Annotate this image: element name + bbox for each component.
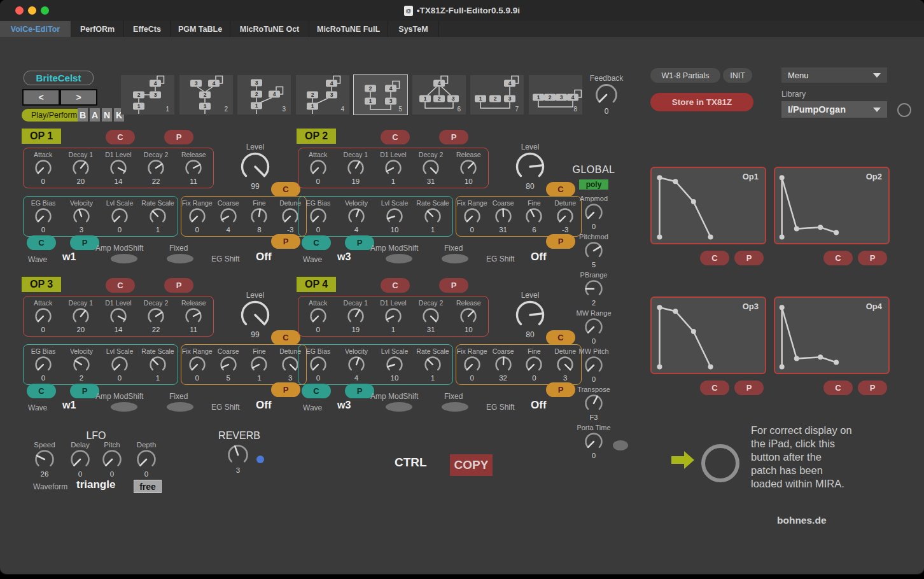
op4-copy-button[interactable]: C bbox=[823, 380, 853, 395]
knob-dial[interactable] bbox=[34, 207, 52, 225]
next-patch-button[interactable]: > bbox=[60, 89, 97, 106]
op2-envelope-display[interactable]: Op2 bbox=[774, 167, 890, 244]
knob-dial[interactable] bbox=[241, 300, 270, 330]
reverb-on-indicator[interactable] bbox=[256, 456, 264, 463]
op2-label[interactable]: OP 2 bbox=[297, 129, 336, 144]
knob-dial[interactable] bbox=[525, 207, 543, 225]
lfo-sync-free-button[interactable]: free bbox=[134, 480, 162, 493]
knob-dial[interactable] bbox=[34, 449, 55, 470]
knob-dial[interactable] bbox=[347, 207, 365, 225]
op3-envelope-display[interactable]: Op3 bbox=[650, 296, 766, 374]
op2-copy-button[interactable]: C bbox=[823, 251, 853, 265]
knob-dial[interactable] bbox=[241, 152, 270, 181]
bank-button[interactable]: BANK bbox=[78, 108, 124, 122]
knob-dial[interactable] bbox=[72, 159, 90, 177]
knob-dial[interactable] bbox=[220, 356, 237, 373]
op1-copy-button[interactable]: C bbox=[700, 251, 729, 265]
knob-dial[interactable] bbox=[149, 207, 167, 225]
knob-dial[interactable] bbox=[422, 307, 440, 325]
knob-dial[interactable] bbox=[459, 307, 477, 325]
op3-fixed-toggle[interactable] bbox=[167, 402, 193, 412]
knob-dial[interactable] bbox=[584, 394, 603, 413]
knob-dial[interactable] bbox=[384, 307, 402, 325]
op3-copy-button[interactable]: C bbox=[700, 380, 729, 395]
play-perform-button[interactable]: Play/Perform bbox=[22, 109, 87, 122]
algorithm-2-button[interactable]: 12342 bbox=[179, 75, 233, 115]
knob-dial[interactable] bbox=[34, 307, 52, 325]
knob-dial[interactable] bbox=[149, 356, 167, 373]
store-in-tx81z-button[interactable]: Store in TX81Z bbox=[650, 93, 753, 111]
op2-fixed-toggle[interactable] bbox=[442, 254, 468, 263]
knob-dial[interactable] bbox=[422, 159, 440, 177]
op3-amp-modshift-toggle[interactable] bbox=[111, 402, 137, 412]
knob-dial[interactable] bbox=[386, 207, 403, 225]
op1-fixed-toggle[interactable] bbox=[167, 254, 193, 263]
w1-8-partials-button[interactable]: W1-8 Partials bbox=[650, 68, 720, 83]
knob-dial[interactable] bbox=[347, 159, 365, 177]
knob-dial[interactable] bbox=[463, 207, 481, 225]
op4-amp-modshift-toggle[interactable] bbox=[386, 402, 412, 412]
copy-button[interactable]: COPY bbox=[450, 454, 493, 476]
knob-dial[interactable] bbox=[347, 356, 365, 373]
algorithm-8-button[interactable]: 12348 bbox=[529, 75, 582, 115]
op3-paste-env-button[interactable]: P bbox=[164, 278, 193, 293]
library-dropdown[interactable]: I/PumpOrgan bbox=[781, 101, 887, 118]
op2-copy-scaling-button[interactable]: C bbox=[302, 235, 331, 250]
op2-eg-shift-value[interactable]: Off bbox=[531, 251, 547, 263]
knob-dial[interactable] bbox=[109, 307, 127, 325]
knob-dial[interactable] bbox=[111, 356, 129, 373]
knob-dial[interactable] bbox=[384, 159, 402, 177]
op3-paste-button[interactable]: P bbox=[734, 380, 764, 395]
op1-paste-env-button[interactable]: P bbox=[164, 130, 193, 144]
knob-dial[interactable] bbox=[147, 159, 165, 177]
op2-amp-modshift-toggle[interactable] bbox=[386, 254, 412, 263]
knob-dial[interactable] bbox=[424, 207, 442, 225]
knob-dial[interactable] bbox=[463, 356, 481, 373]
mira-refresh-button[interactable] bbox=[701, 444, 739, 482]
knob-dial[interactable] bbox=[584, 279, 603, 298]
knob-dial[interactable] bbox=[424, 356, 442, 373]
knob-dial[interactable] bbox=[309, 307, 327, 325]
knob-dial[interactable] bbox=[185, 307, 202, 325]
op1-copy-env-button[interactable]: C bbox=[106, 130, 135, 144]
knob-dial[interactable] bbox=[72, 307, 90, 325]
op4-copy-scaling-button[interactable]: C bbox=[302, 384, 331, 398]
op1-copy-scaling-button[interactable]: C bbox=[27, 235, 56, 250]
op3-copy-env-button[interactable]: C bbox=[106, 278, 135, 293]
algorithm-5-button[interactable]: 12345 bbox=[354, 75, 407, 115]
knob-dial[interactable] bbox=[309, 207, 327, 225]
op4-label[interactable]: OP 4 bbox=[297, 277, 336, 292]
op4-eg-shift-value[interactable]: Off bbox=[531, 399, 547, 412]
op4-copy-env-button[interactable]: C bbox=[381, 278, 410, 293]
op2-paste-env-button[interactable]: P bbox=[439, 130, 468, 144]
knob-dial[interactable] bbox=[147, 307, 165, 325]
knob-dial[interactable] bbox=[584, 432, 603, 451]
knob-dial[interactable] bbox=[584, 203, 603, 222]
op4-wave-value[interactable]: w3 bbox=[337, 400, 351, 411]
poly-mode-button[interactable]: poly bbox=[579, 179, 608, 190]
op3-label[interactable]: OP 3 bbox=[22, 277, 61, 292]
op1-envelope-display[interactable]: Op1 bbox=[650, 167, 766, 244]
knob-dial[interactable] bbox=[185, 159, 202, 177]
knob-dial[interactable] bbox=[250, 207, 268, 225]
knob-dial[interactable] bbox=[525, 356, 543, 373]
op2-wave-value[interactable]: w3 bbox=[337, 251, 351, 263]
knob-dial[interactable] bbox=[227, 444, 249, 466]
algorithm-3-button[interactable]: 12343 bbox=[237, 75, 291, 115]
porta-mode-toggle[interactable] bbox=[613, 440, 628, 450]
knob-dial[interactable] bbox=[309, 159, 327, 177]
op4-paste-env-button[interactable]: P bbox=[439, 278, 468, 293]
knob-dial[interactable] bbox=[386, 356, 403, 373]
op1-wave-value[interactable]: w1 bbox=[62, 251, 76, 263]
knob-dial[interactable] bbox=[494, 207, 512, 225]
op3-eg-shift-value[interactable]: Off bbox=[256, 399, 272, 412]
knob-dial[interactable] bbox=[250, 356, 268, 373]
knob-dial[interactable] bbox=[73, 356, 90, 373]
knob-dial[interactable] bbox=[347, 307, 365, 325]
knob-dial[interactable] bbox=[584, 356, 603, 375]
knob-dial[interactable] bbox=[109, 159, 127, 177]
knob-dial[interactable] bbox=[584, 317, 603, 337]
op3-copy-scaling-button[interactable]: C bbox=[27, 384, 56, 398]
algorithm-1-button[interactable]: 12341 bbox=[121, 75, 174, 115]
knob-dial[interactable] bbox=[136, 449, 157, 470]
